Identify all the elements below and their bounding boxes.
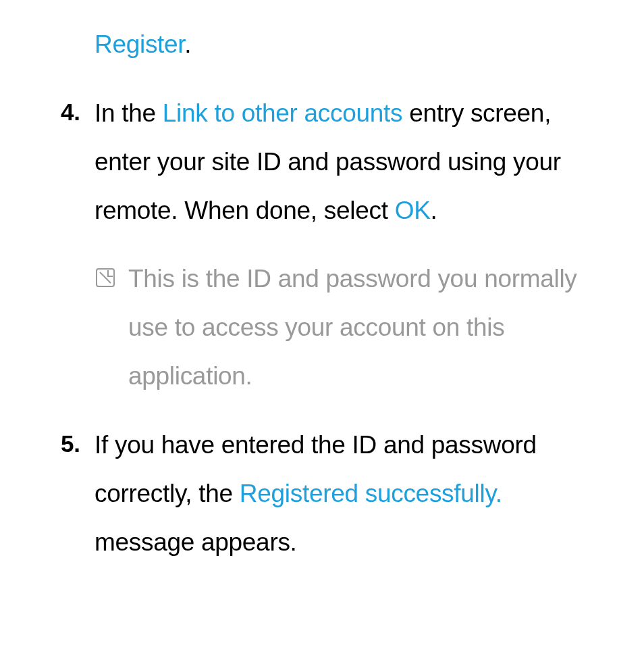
step-4-prefix: In the — [95, 99, 163, 127]
step-4: 4. In the Link to other accounts entry s… — [61, 89, 603, 235]
step-5-suffix: message appears. — [95, 528, 297, 556]
step-4-number: 4. — [61, 89, 95, 235]
note-block: This is the ID and password you normally… — [61, 255, 603, 401]
register-label: Register — [95, 30, 184, 58]
step-5-content: If you have entered the ID and password … — [95, 421, 603, 567]
step-5-registered: Registered successfully. — [240, 480, 502, 507]
note-content: This is the ID and password you normally… — [128, 255, 603, 401]
step-4-link-accounts: Link to other accounts — [163, 99, 402, 127]
step-4-suffix: . — [431, 197, 437, 224]
step-4-ok: OK — [395, 197, 431, 224]
register-line: Register. — [61, 20, 603, 69]
step-4-content: In the Link to other accounts entry scre… — [95, 89, 603, 235]
register-period: . — [184, 30, 191, 58]
step-5: 5. If you have entered the ID and passwo… — [61, 421, 603, 567]
note-icon — [95, 255, 128, 401]
step-5-number: 5. — [61, 421, 95, 567]
